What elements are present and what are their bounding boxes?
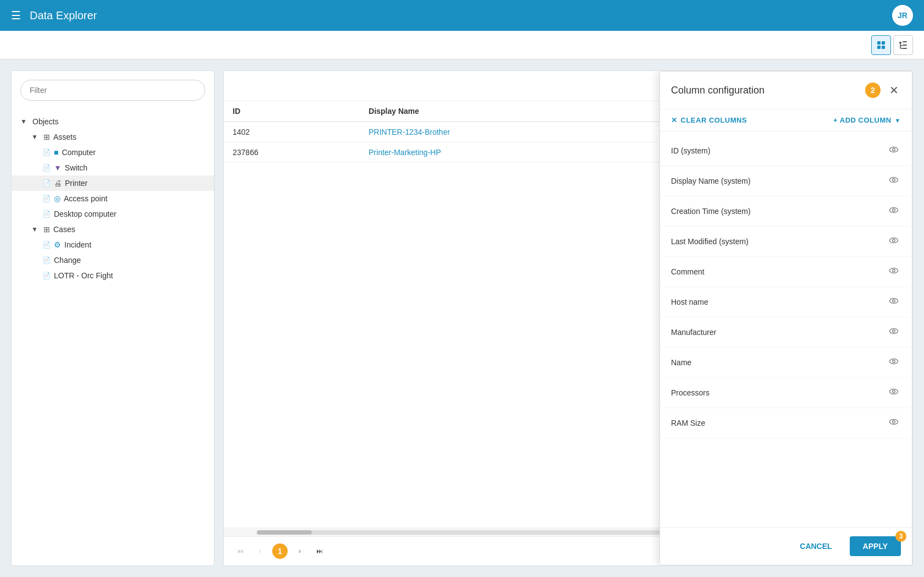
svg-rect-6 (903, 45, 907, 46)
column-list-item: Comment (660, 257, 912, 287)
cell-id: 237866 (224, 142, 360, 163)
close-column-config-button[interactable]: ✕ (887, 81, 901, 99)
column-config-header: Column configuration 2 ✕ (660, 72, 912, 109)
document-icon: 📄 (42, 179, 51, 187)
sidebar-filter-area (12, 71, 214, 109)
column-config-toolbar: ✕ CLEAR COLUMNS + ADD COLUMN ▼ (660, 109, 912, 131)
svg-point-12 (893, 149, 895, 151)
toggle-column-creationtime-button[interactable] (887, 203, 901, 219)
incident-icon: ⚙ (54, 240, 61, 249)
sidebar-item-assets[interactable]: ▼ ⊞ Assets (12, 129, 214, 145)
sidebar-item-label: Printer (65, 179, 87, 188)
toggle-column-comment-button[interactable] (887, 263, 901, 280)
sidebar-item-cases[interactable]: ▼ ⊞ Cases (12, 222, 214, 237)
svg-point-18 (893, 239, 895, 242)
column-list-item: Creation Time (system) (660, 196, 912, 227)
sidebar-item-label: Desktop computer (54, 210, 117, 218)
sidebar-item-label: Access point (64, 194, 107, 203)
toggle-column-ramsize-button[interactable] (887, 415, 901, 431)
svg-point-15 (890, 208, 898, 213)
sidebar-item-objects[interactable]: ▼ Objects (12, 114, 214, 129)
next-page-button[interactable]: › (292, 543, 307, 559)
sidebar-item-desktop[interactable]: 📄 Desktop computer (12, 206, 214, 222)
tree-view-button[interactable] (893, 35, 913, 55)
prev-page-button[interactable]: ‹ (252, 543, 268, 559)
add-column-button[interactable]: + ADD COLUMN ▼ (833, 116, 901, 124)
sidebar-tree: ▼ Objects ▼ ⊞ Assets 📄 ■ Computer 📄 ▼ Sw… (12, 109, 214, 565)
document-icon: 📄 (42, 241, 51, 249)
avatar[interactable]: JR (892, 5, 913, 26)
scroll-thumb[interactable] (257, 530, 312, 535)
sidebar-item-incident[interactable]: 📄 ⚙ Incident (12, 237, 214, 252)
last-page-button[interactable]: ⏭ (312, 543, 327, 559)
data-panel: + + ADD ▼ ⚙ 1 ID Display Name Creation T… (223, 70, 913, 566)
ap-type-icon: ◎ (54, 194, 61, 203)
cell-display-name[interactable]: Printer-Marketing-HP (360, 142, 670, 163)
column-list-item: Name (660, 348, 912, 378)
header: ☰ Data Explorer JR (0, 0, 924, 31)
sidebar-item-lotr[interactable]: 📄 LOTR - Orc Fight (12, 268, 214, 283)
chevron-down-icon: ▼ (31, 226, 40, 233)
svg-point-14 (893, 179, 895, 182)
assets-icon: ⊞ (43, 133, 50, 141)
step-3-badge: 3 (895, 531, 906, 542)
sidebar-item-label: LOTR - Orc Fight (54, 271, 113, 280)
sidebar-item-switch[interactable]: 📄 ▼ Switch (12, 160, 214, 175)
sidebar-item-label: Cases (53, 225, 75, 234)
column-list-item: Processors (660, 378, 912, 408)
grid-view-button[interactable] (871, 35, 891, 55)
svg-point-29 (890, 420, 898, 425)
column-list-item: Host name (660, 287, 912, 317)
document-icon: 📄 (42, 272, 51, 279)
clear-columns-button[interactable]: ✕ CLEAR COLUMNS (671, 116, 747, 124)
svg-point-28 (893, 391, 895, 393)
svg-point-24 (893, 330, 895, 333)
sidebar-item-change[interactable]: 📄 Change (12, 252, 214, 268)
document-icon: 📄 (42, 149, 51, 156)
page-1-button[interactable]: 1 (272, 543, 288, 559)
svg-point-13 (890, 178, 898, 183)
document-icon: 📄 (42, 195, 51, 202)
svg-rect-7 (903, 48, 907, 49)
document-icon: 📄 (42, 210, 51, 218)
document-icon: 📄 (42, 164, 51, 172)
sidebar-item-access-point[interactable]: 📄 ◎ Access point (12, 191, 214, 206)
switch-type-icon: ▼ (54, 163, 62, 172)
toggle-column-processors-button[interactable] (887, 384, 901, 401)
column-list: ID (system) Display Name (system) (660, 131, 912, 527)
toggle-column-lastmodified-button[interactable] (887, 233, 901, 250)
menu-icon[interactable]: ☰ (11, 9, 21, 22)
cancel-button[interactable]: CANCEL (791, 537, 840, 555)
toggle-column-hostname-button[interactable] (887, 294, 901, 310)
chevron-down-icon: ▼ (20, 118, 29, 125)
column-list-item: ID (system) (660, 136, 912, 166)
sidebar-item-label: Incident (64, 240, 91, 249)
col-header-display-name[interactable]: Display Name (360, 101, 670, 122)
column-config-footer: CANCEL APPLY 3 (660, 527, 912, 565)
cell-display-name[interactable]: PRINTER-1234-Brother (360, 122, 670, 142)
document-icon: 📄 (42, 256, 51, 264)
main-content: ▼ Objects ▼ ⊞ Assets 📄 ■ Computer 📄 ▼ Sw… (0, 59, 924, 577)
sidebar: ▼ Objects ▼ ⊞ Assets 📄 ■ Computer 📄 ▼ Sw… (11, 70, 215, 566)
sidebar-item-computer[interactable]: 📄 ■ Computer (12, 145, 214, 160)
toggle-column-id-button[interactable] (887, 142, 901, 159)
x-icon: ✕ (671, 116, 678, 124)
sub-header (0, 31, 924, 59)
sidebar-item-printer[interactable]: 📄 🖨 Printer (12, 175, 214, 191)
apply-button[interactable]: APPLY 3 (850, 536, 901, 556)
column-list-item: Last Modified (system) (660, 227, 912, 257)
sidebar-item-label: Computer (62, 148, 95, 157)
column-list-item: Display Name (system) (660, 166, 912, 196)
col-header-id[interactable]: ID (224, 101, 360, 122)
toggle-column-displayname-button[interactable] (887, 173, 901, 189)
toggle-column-name-button[interactable] (887, 354, 901, 371)
filter-input[interactable] (20, 80, 205, 101)
chevron-down-icon: ▼ (31, 133, 40, 141)
first-page-button[interactable]: ⏮ (233, 543, 248, 559)
svg-point-26 (893, 360, 895, 363)
svg-point-11 (890, 147, 898, 152)
toggle-column-manufacturer-button[interactable] (887, 324, 901, 340)
app-title: Data Explorer (30, 9, 892, 22)
svg-rect-4 (899, 42, 901, 43)
sidebar-item-label: Objects (32, 117, 58, 126)
